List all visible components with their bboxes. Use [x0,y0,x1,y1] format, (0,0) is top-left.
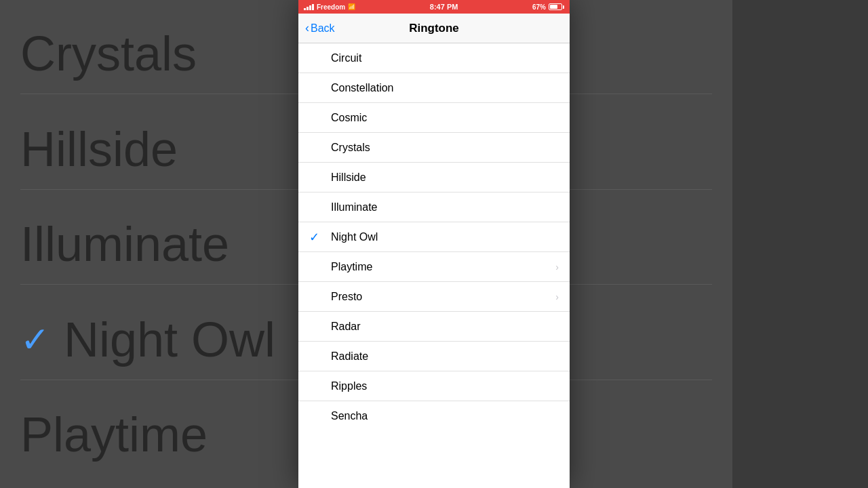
signal-bar-4 [312,4,314,10]
ringtone-label-constellation: Constellation [331,82,559,94]
bg-check-night-owl: ✓ [20,319,50,360]
battery-body [549,3,562,10]
ringtone-item-crystals[interactable]: Crystals [298,133,570,163]
ringtone-item-presto[interactable]: Presto› [298,282,570,312]
bg-label-crystals: Crystals [20,26,197,81]
ringtone-label-sencha: Sencha [331,410,559,422]
ringtone-label-circuit: Circuit [331,52,559,64]
ringtone-label-hillside: Hillside [331,171,559,184]
ringtone-item-night-owl[interactable]: ✓Night Owl [298,222,570,252]
bg-label-night-owl: Night Owl [64,312,275,367]
ringtone-item-circuit[interactable]: Circuit [298,43,570,73]
ringtone-label-illuminate: Illuminate [331,201,559,214]
ringtone-detail-presto: › [555,291,559,302]
background-right [732,0,868,488]
ringtone-label-playtime: Playtime [331,261,555,273]
ringtone-item-sencha[interactable]: Sencha [298,401,570,431]
ringtone-item-playtime[interactable]: Playtime› [298,252,570,282]
ringtone-item-radar[interactable]: Radar [298,312,570,342]
status-right: 67% [532,3,564,11]
ringtone-item-cosmic[interactable]: Cosmic [298,103,570,133]
bg-label-hillside: Hillside [20,121,178,177]
back-label: Back [311,22,335,35]
battery-percent-label: 67% [532,3,546,11]
signal-bars-icon [304,3,314,10]
ringtone-label-radiate: Radiate [331,350,559,363]
ringtone-label-ripples: Ripples [331,380,559,392]
status-bar: Freedom 📶 8:47 PM 67% [298,0,570,14]
status-left: Freedom 📶 [304,3,355,11]
ringtone-list[interactable]: CircuitConstellationCosmicCrystalsHillsi… [298,43,570,488]
carrier-label: Freedom [317,3,345,11]
bg-label-illuminate: Illuminate [20,216,229,272]
back-chevron-icon: ‹ [305,21,309,35]
ringtone-check-night-owl: ✓ [309,230,323,245]
signal-bar-2 [307,7,309,10]
ringtone-detail-playtime: › [555,262,559,272]
ringtone-label-cosmic: Cosmic [331,112,559,124]
ringtone-item-illuminate[interactable]: Illuminate [298,192,570,222]
signal-bar-3 [309,5,311,10]
bg-label-playtime: Playtime [20,407,208,462]
nav-bar: ‹ Back Ringtone [298,14,570,43]
signal-bar-1 [304,8,306,10]
status-time: 8:47 PM [430,3,458,11]
battery-icon [549,3,564,10]
phone-modal: Freedom 📶 8:47 PM 67% ‹ Back Ringtone Ci… [298,0,570,488]
back-button[interactable]: ‹ Back [305,21,335,35]
ringtone-item-radiate[interactable]: Radiate [298,342,570,371]
ringtone-item-hillside[interactable]: Hillside [298,163,570,192]
battery-tip [563,5,564,9]
ringtone-label-crystals: Crystals [331,142,559,154]
nav-title: Ringtone [409,22,459,35]
battery-fill [550,5,557,9]
ringtone-label-night-owl: Night Owl [331,231,559,243]
ringtone-item-ripples[interactable]: Ripples [298,371,570,401]
ringtone-label-radar: Radar [331,321,559,333]
ringtone-label-presto: Presto [331,291,555,303]
ringtone-item-constellation[interactable]: Constellation [298,73,570,103]
wifi-icon: 📶 [348,3,355,10]
